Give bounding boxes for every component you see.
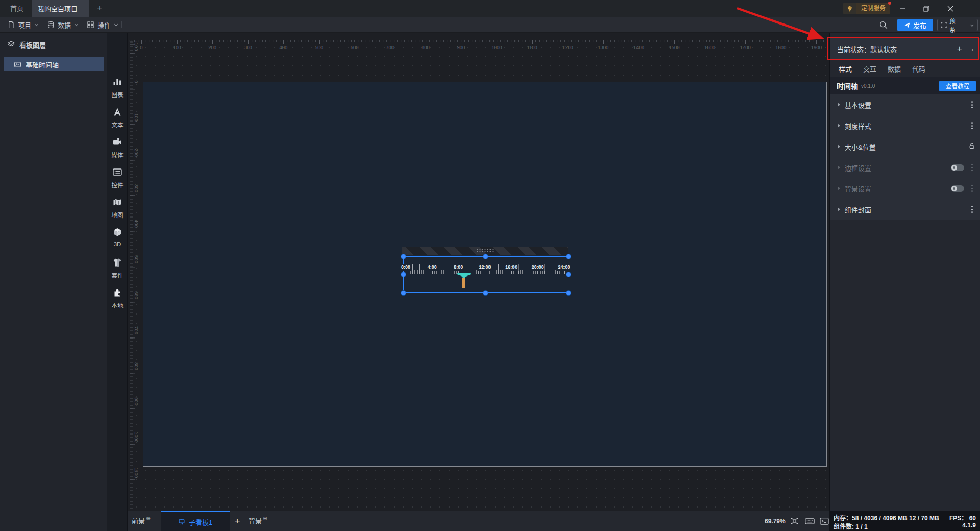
canvas[interactable]: 0100200300400500600700800900100011001200…: [128, 33, 829, 511]
menu-project[interactable]: 项目: [7, 17, 39, 32]
timeline-tick: [454, 270, 455, 274]
add-background-icon[interactable]: ⊕: [263, 516, 267, 521]
timeline-tick: [551, 264, 551, 274]
panel-tab-代码[interactable]: 代码: [911, 60, 926, 78]
tool-media[interactable]: 媒体: [107, 137, 128, 161]
drag-grip-dots: [476, 249, 494, 253]
timeline-tick: [450, 270, 450, 274]
tool-label: 地图: [112, 211, 124, 219]
section-基本设置[interactable]: 基本设置: [830, 94, 980, 115]
v-ruler-label: 1000: [134, 431, 139, 442]
fit-screen-icon[interactable]: [789, 516, 800, 526]
timeline-tick: [417, 270, 418, 274]
add-state-button[interactable]: +: [957, 44, 962, 54]
add-subboard-button[interactable]: +: [231, 515, 243, 527]
menu-data[interactable]: 数据: [47, 17, 79, 32]
resize-handle[interactable]: [566, 254, 571, 259]
timeline-tick: [507, 270, 507, 274]
timeline-tick: [547, 270, 547, 274]
kebab-menu-icon[interactable]: [968, 184, 975, 193]
kebab-menu-icon[interactable]: [968, 100, 975, 109]
zoom-level[interactable]: 69.79%: [765, 518, 786, 525]
layer-item-timeline[interactable]: 基础时间轴: [4, 57, 104, 71]
resize-handle[interactable]: [483, 291, 488, 295]
tool-kit[interactable]: 套件: [107, 257, 128, 282]
current-state-label: 当前状态：默认状态: [837, 44, 957, 54]
tutorial-button[interactable]: 查看教程: [939, 81, 976, 91]
section-组件封面[interactable]: 组件封面: [830, 199, 980, 220]
preview-button[interactable]: 预览: [937, 19, 978, 31]
tool-chart[interactable]: 图表: [107, 77, 128, 101]
bottom-bar: 前景⊕ 子看板1 + 背景⊕ 69.79%: [128, 511, 829, 531]
add-foreground-icon[interactable]: ⊕: [146, 516, 151, 521]
lock-icon[interactable]: [968, 142, 975, 152]
tool-text[interactable]: 文本: [107, 107, 128, 131]
image-icon: [14, 61, 21, 68]
section-背景设置[interactable]: 背景设置: [830, 178, 980, 199]
search-icon[interactable]: [879, 20, 888, 30]
kebab-menu-icon[interactable]: [968, 205, 975, 214]
kebab-menu-icon[interactable]: [968, 121, 975, 130]
panel-tab-数据[interactable]: 数据: [887, 60, 902, 78]
h-ruler-label: 600: [351, 44, 359, 50]
current-state-row[interactable]: 当前状态：默认状态 + ›: [830, 38, 980, 60]
h-ruler-label: 800: [422, 44, 430, 50]
caret-right-icon: [838, 165, 840, 170]
selection-box[interactable]: [403, 256, 568, 293]
resize-handle[interactable]: [566, 272, 571, 277]
tool-map[interactable]: 地图: [107, 197, 128, 222]
custom-service-badge[interactable]: 定制服务: [843, 3, 890, 14]
tool-local[interactable]: 本地: [107, 287, 128, 312]
timeline-tick: [540, 270, 541, 274]
panel-tab-样式[interactable]: 样式: [838, 60, 853, 78]
timeline-tick: [535, 270, 536, 274]
new-tab-button[interactable]: +: [95, 4, 104, 13]
h-ruler-label: 0: [140, 44, 142, 50]
subboard-tab[interactable]: 子看板1: [161, 511, 230, 531]
tool-threed[interactable]: 3D: [107, 227, 128, 252]
section-边框设置[interactable]: 边框设置: [830, 157, 980, 178]
h-ruler-label: 1200: [562, 44, 573, 50]
resize-handle[interactable]: [401, 272, 406, 277]
panel-tab-交互[interactable]: 交互: [862, 60, 877, 78]
keyboard-icon[interactable]: [804, 516, 815, 526]
local-icon: [112, 287, 122, 300]
caret-right-icon: [838, 103, 840, 107]
menu-actions[interactable]: 操作: [87, 17, 118, 32]
timeline-tick: [520, 270, 521, 274]
preview-divider: [967, 21, 967, 29]
timeline-tick: [446, 264, 446, 274]
timeline-component[interactable]: 0:004:008:0012:0016:0020:0024:00: [406, 263, 564, 274]
chevron-down-icon: [114, 22, 118, 27]
timeline-tick: [549, 270, 549, 274]
section-大小&位置[interactable]: 大小&位置: [830, 136, 980, 157]
resize-handle[interactable]: [566, 291, 571, 295]
timeline-tick: [476, 270, 477, 274]
kebab-menu-icon[interactable]: [968, 163, 975, 172]
timeline-tick: [494, 270, 494, 274]
component-toolbar: 图表文本媒体控件地图3D套件本地: [107, 33, 128, 531]
resize-handle[interactable]: [483, 254, 488, 259]
section-刻度样式[interactable]: 刻度样式: [830, 115, 980, 136]
restore-button[interactable]: [918, 0, 935, 17]
background-tab[interactable]: 背景⊕: [249, 511, 267, 531]
timeline-tick-label: 12:00: [478, 264, 492, 271]
minimize-button[interactable]: [894, 0, 911, 17]
foreground-tab[interactable]: 前景⊕: [132, 511, 151, 531]
terminal-icon[interactable]: [819, 516, 830, 526]
h-ruler-label: 900: [457, 44, 465, 50]
toggle-off[interactable]: [951, 164, 964, 171]
close-button[interactable]: [942, 0, 959, 17]
doc-icon: [7, 21, 15, 29]
resize-handle[interactable]: [401, 254, 406, 259]
chevron-right-icon[interactable]: ›: [971, 45, 973, 53]
home-tab[interactable]: 首页: [10, 0, 23, 17]
toggle-off[interactable]: [951, 185, 964, 192]
publish-button[interactable]: 发布: [897, 19, 933, 31]
project-tab[interactable]: 我的空白项目: [32, 0, 89, 17]
resize-handle[interactable]: [401, 291, 406, 295]
custom-service-label: 定制服务: [856, 3, 890, 14]
tool-label: 图表: [112, 90, 124, 99]
tool-control[interactable]: 控件: [107, 167, 128, 191]
timeline-tick: [522, 270, 523, 274]
